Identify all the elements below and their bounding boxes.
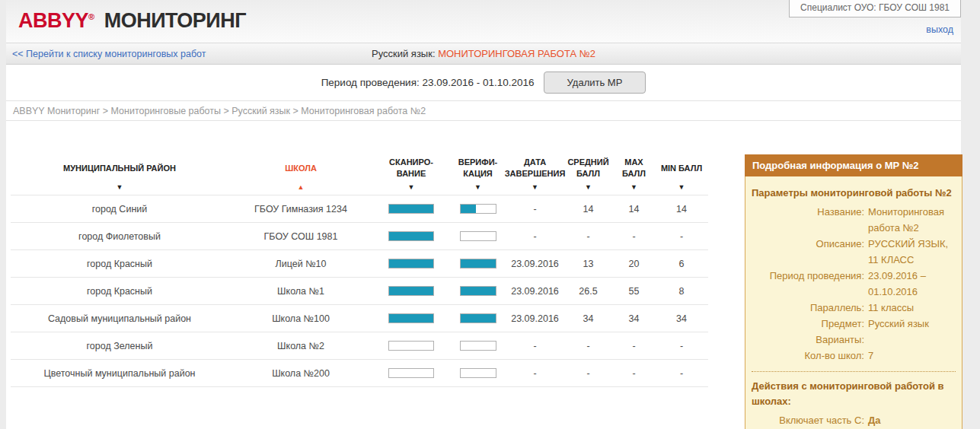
cell-school: Школа №100	[228, 313, 373, 324]
table-row[interactable]: город КрасныйЛицей №1023.09.201613206	[11, 250, 708, 278]
panel-row-label: Кол-во школ:	[752, 348, 864, 364]
column-header-avg[interactable]: СРЕДНИЙ БАЛЛ▼	[563, 154, 613, 195]
panel-row: Период проведения:23.09.2016 – 01.10.201…	[752, 268, 956, 300]
panel-row: Кол-во школ:7	[752, 348, 956, 364]
column-header-school[interactable]: ШКОЛА▲	[228, 154, 373, 195]
scan-progress-bar	[388, 313, 434, 323]
panel-divider	[752, 371, 956, 372]
scan-progress-fill	[389, 232, 433, 240]
cell-date: -	[506, 341, 563, 351]
sort-down-icon[interactable]: ▼	[531, 182, 538, 195]
column-header-date[interactable]: ДАТА ЗАВЕРШЕНИЯ▼	[506, 154, 563, 195]
sort-down-icon[interactable]: ▼	[630, 182, 637, 195]
panel-row-label: Предмет:	[752, 316, 864, 332]
cell-avg: -	[563, 231, 613, 242]
panel-row: Включает часть С:Да	[752, 412, 956, 428]
cell-max: -	[613, 368, 655, 379]
sort-down-icon[interactable]: ▼	[585, 182, 592, 195]
cell-verify	[449, 231, 506, 241]
panel-row-label: Описание:	[752, 236, 864, 268]
column-header-district[interactable]: МУНИЦИПАЛЬНЫЙ РАЙОН▼	[11, 154, 228, 195]
panel-row-value	[868, 332, 956, 348]
verify-progress-bar	[460, 313, 496, 323]
scan-progress-fill	[389, 287, 433, 295]
cell-max: 14	[613, 204, 655, 214]
specialist-role-badge: Специалист ОУО: ГБОУ СОШ 1981	[789, 0, 961, 17]
verify-progress-fill	[461, 205, 477, 213]
scan-progress-bar	[388, 259, 434, 269]
table-body: город СинийГБОУ Гимназия 1234-141414горо…	[11, 195, 708, 387]
logo-product-text: МОНИТОРИНГ	[104, 9, 246, 32]
panel-row: Описание:РУССКИЙ ЯЗЫК, 11 КЛАСС	[752, 236, 956, 268]
sort-down-icon[interactable]: ▼	[117, 182, 123, 195]
cell-school: Лицей №10	[228, 259, 373, 269]
cell-district: город Синий	[11, 204, 228, 214]
panel-row: Варианты:	[752, 332, 956, 348]
delete-mr-button[interactable]: Удалить МР	[544, 72, 646, 94]
cell-date: 23.09.2016	[506, 313, 563, 324]
panel-row-label: Название:	[752, 204, 864, 236]
period-label: Период проведения: 23.09.2016 - 01.10.20…	[321, 77, 535, 88]
cell-max: 55	[613, 286, 655, 297]
cell-school: ГБОУ СОШ 1981	[228, 231, 373, 242]
table-row[interactable]: город ЗеленыйШкола №2----	[11, 332, 708, 360]
cell-scan	[373, 313, 449, 323]
cell-min: 8	[655, 286, 708, 297]
scan-progress-fill	[389, 205, 433, 213]
scan-progress-bar	[388, 231, 434, 241]
cell-scan	[373, 204, 449, 214]
params-section-title: Параметры мониторинговой работы №2	[752, 186, 956, 201]
column-header-max[interactable]: MAX БАЛЛ▼	[613, 154, 655, 195]
column-label-school: ШКОЛА	[285, 154, 317, 182]
breadcrumb[interactable]: ABBYY Мониторинг > Мониторинговые работы…	[6, 100, 961, 121]
sort-up-icon[interactable]: ▲	[298, 182, 305, 195]
panel-row-label: Параллель:	[752, 300, 864, 316]
cell-avg: 26.5	[563, 286, 613, 297]
table-row[interactable]: город КрасныйШкола №123.09.201626.5558	[11, 278, 708, 305]
panel-row-value: Русский язык	[868, 316, 956, 332]
cell-district: Цветочный муниципальный район	[11, 368, 228, 379]
table-row[interactable]: Цветочный муниципальный районШкола №200-…	[11, 360, 708, 387]
table-row[interactable]: город СинийГБОУ Гимназия 1234-141414	[11, 195, 708, 223]
schools-table: МУНИЦИПАЛЬНЫЙ РАЙОН▼ШКОЛА▲СКАНИРО- ВАНИЕ…	[11, 154, 708, 387]
panel-row-value: 7	[868, 348, 956, 364]
abbyy-monitoring-logo[interactable]: ABBYY® МОНИТОРИНГ	[18, 9, 246, 33]
verify-progress-bar	[460, 286, 496, 296]
sort-down-icon[interactable]: ▼	[678, 182, 685, 195]
cell-min: 6	[655, 259, 708, 269]
back-to-works-link[interactable]: << Перейти к списку мониторинговых работ	[12, 49, 206, 59]
period-bar: Период проведения: 23.09.2016 - 01.10.20…	[6, 65, 961, 100]
cell-date: 23.09.2016	[506, 286, 563, 297]
cell-avg: -	[563, 341, 613, 351]
table-row[interactable]: город ФиолетовыйГБОУ СОШ 1981----	[11, 223, 708, 250]
table-row[interactable]: Садовый муниципальный районШкола №10023.…	[11, 305, 708, 332]
logout-link[interactable]: выход	[926, 24, 953, 35]
cell-date: -	[506, 368, 563, 379]
column-label-scan: СКАНИРО- ВАНИЕ	[389, 154, 433, 182]
cell-district: город Красный	[11, 259, 228, 269]
cell-date: -	[506, 231, 563, 242]
verify-progress-fill	[461, 287, 496, 295]
scan-progress-bar	[388, 286, 434, 296]
column-label-district: МУНИЦИПАЛЬНЫЙ РАЙОН	[63, 154, 176, 182]
cell-min: 34	[655, 313, 708, 324]
cell-max: -	[613, 231, 655, 242]
verify-progress-bar	[460, 259, 496, 269]
cell-max: -	[613, 341, 655, 351]
info-panel-body: Параметры мониторинговой работы №2 Назва…	[745, 176, 962, 429]
cell-scan	[373, 341, 449, 351]
column-header-min[interactable]: MIN БАЛЛ▼	[655, 154, 708, 195]
cell-school: Школа №2	[228, 341, 373, 351]
panel-row-label: Варианты:	[752, 332, 864, 348]
sort-down-icon[interactable]: ▼	[408, 182, 415, 195]
cell-avg: 34	[563, 313, 613, 324]
column-header-verify[interactable]: ВЕРИФИ- КАЦИЯ▼	[449, 154, 506, 195]
column-header-scan[interactable]: СКАНИРО- ВАНИЕ▼	[373, 154, 449, 195]
sort-down-icon[interactable]: ▼	[474, 182, 481, 195]
info-panel-title: Подробная информация о МР №2	[745, 154, 962, 176]
verify-progress-bar	[460, 204, 496, 214]
cell-max: 34	[613, 313, 655, 324]
cell-date: 23.09.2016	[506, 259, 563, 269]
cell-min: -	[655, 341, 708, 351]
cell-avg: 14	[563, 204, 613, 214]
